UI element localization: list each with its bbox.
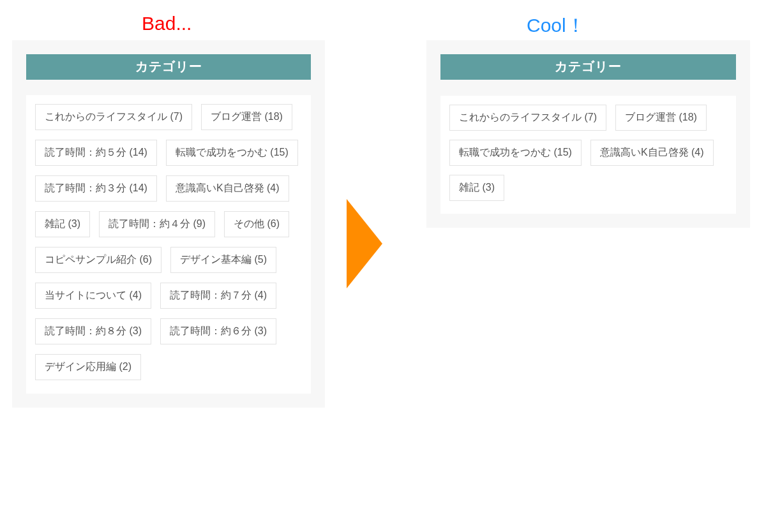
bad-tag-5[interactable]: 意識高いK自己啓発 (4) bbox=[166, 175, 289, 202]
panel-cool: カテゴリー これからのライフスタイル (7)ブログ運営 (18)転職で成功をつか… bbox=[426, 40, 750, 228]
bad-tag-14[interactable]: 読了時間：約６分 (3) bbox=[160, 318, 276, 344]
bad-tag-3[interactable]: 転職で成功をつかむ (15) bbox=[166, 140, 298, 166]
bad-tag-1[interactable]: ブログ運営 (18) bbox=[201, 104, 292, 130]
bad-tag-9[interactable]: コピペサンプル紹介 (6) bbox=[35, 247, 161, 273]
bad-tag-11[interactable]: 当サイトについて (4) bbox=[35, 283, 151, 309]
arrow-icon bbox=[347, 199, 382, 288]
panel-bad: カテゴリー これからのライフスタイル (7)ブログ運営 (18)読了時間：約５分… bbox=[12, 40, 325, 408]
bad-tag-15[interactable]: デザイン応用編 (2) bbox=[35, 354, 141, 380]
cool-tag-4[interactable]: 雑記 (3) bbox=[449, 175, 504, 201]
cool-tag-0[interactable]: これからのライフスタイル (7) bbox=[449, 105, 606, 131]
heading-bad: Bad... bbox=[142, 13, 192, 34]
bad-tag-6[interactable]: 雑記 (3) bbox=[35, 211, 90, 237]
bad-tag-7[interactable]: 読了時間：約４分 (9) bbox=[99, 211, 215, 237]
cool-tag-3[interactable]: 意識高いK自己啓発 (4) bbox=[590, 140, 714, 166]
tags-cool-container: これからのライフスタイル (7)ブログ運営 (18)転職で成功をつかむ (15)… bbox=[440, 96, 736, 214]
tags-bad-container: これからのライフスタイル (7)ブログ運営 (18)読了時間：約５分 (14)転… bbox=[26, 95, 311, 394]
bad-tag-2[interactable]: 読了時間：約５分 (14) bbox=[35, 140, 157, 166]
bad-tag-8[interactable]: その他 (6) bbox=[224, 211, 289, 237]
bad-tag-13[interactable]: 読了時間：約８分 (3) bbox=[35, 318, 151, 344]
bad-tag-12[interactable]: 読了時間：約７分 (4) bbox=[160, 283, 276, 309]
cool-tag-2[interactable]: 転職で成功をつかむ (15) bbox=[449, 140, 582, 166]
bad-tag-0[interactable]: これからのライフスタイル (7) bbox=[35, 104, 192, 130]
bad-tag-4[interactable]: 読了時間：約３分 (14) bbox=[35, 175, 157, 202]
category-header-cool: カテゴリー bbox=[440, 54, 736, 80]
heading-cool: Cool！ bbox=[527, 13, 585, 39]
bad-tag-10[interactable]: デザイン基本編 (5) bbox=[170, 247, 276, 273]
cool-tag-1[interactable]: ブログ運営 (18) bbox=[615, 105, 707, 131]
category-header-bad: カテゴリー bbox=[26, 54, 311, 80]
